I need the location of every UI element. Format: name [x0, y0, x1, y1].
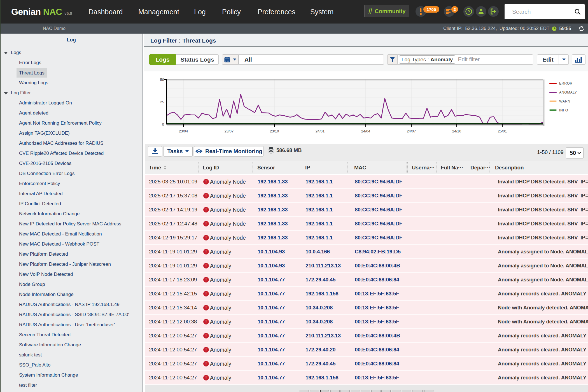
svg-text:WARN: WARN — [559, 99, 570, 103]
svg-text:24/07: 24/07 — [407, 129, 416, 133]
svg-text:50: 50 — [160, 78, 164, 82]
svg-text:INFO: INFO — [559, 108, 568, 112]
svg-text:24/04: 24/04 — [361, 129, 370, 133]
svg-text:25: 25 — [160, 100, 164, 104]
svg-text:?: ? — [467, 9, 470, 14]
svg-text:23/04: 23/04 — [179, 129, 188, 133]
svg-text:0: 0 — [162, 122, 164, 127]
svg-text:23/07: 23/07 — [225, 129, 234, 133]
svg-text:24/01: 24/01 — [316, 129, 325, 133]
svg-text:24/10: 24/10 — [452, 129, 461, 133]
svg-text:25/01: 25/01 — [498, 129, 507, 133]
svg-text:ANOMALY: ANOMALY — [559, 90, 577, 94]
svg-text:23/10: 23/10 — [270, 129, 279, 133]
svg-text:ERROR: ERROR — [559, 81, 573, 85]
